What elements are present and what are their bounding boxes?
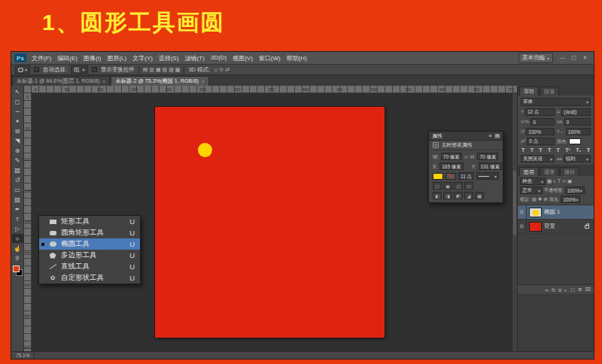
menu-item[interactable]: 文件(F): [32, 54, 51, 62]
text-style-button[interactable]: T: [539, 147, 542, 153]
layer-filter-select[interactable]: 种类 ▾: [520, 177, 546, 185]
path-selection-tool-icon[interactable]: ▷: [12, 224, 23, 233]
menu-item[interactable]: 编辑(E): [57, 54, 78, 62]
visibility-eye-icon[interactable]: ⊙: [518, 205, 527, 219]
stroke-type-select[interactable]: ▾: [476, 172, 499, 180]
gradient-tool-icon[interactable]: ▨: [12, 195, 23, 204]
layer-thumbnail[interactable]: [529, 208, 542, 217]
leading-field[interactable]: (自动): [561, 108, 591, 116]
mode-3d-icon[interactable]: ◇: [214, 67, 217, 73]
yellow-ellipse-shape[interactable]: [198, 143, 212, 157]
document-tab-active[interactable]: 未标题-2 @ 75.3%(椭圆 1, RGB/8) ×: [111, 76, 208, 86]
adjustment-layer-icon[interactable]: ◐: [564, 287, 567, 293]
stroke-option-icon[interactable]: ◫: [454, 182, 463, 190]
tab-channels[interactable]: 通道: [540, 167, 559, 176]
width-field[interactable]: 70 像素: [441, 153, 462, 160]
flyout-item-polygon-tool[interactable]: 多边形工具 U: [39, 250, 140, 261]
layer-group-icon[interactable]: ▢: [570, 287, 575, 293]
text-color-swatch[interactable]: [569, 138, 581, 144]
collapse-icon[interactable]: «: [488, 133, 491, 138]
clone-stamp-tool-icon[interactable]: ▧: [12, 165, 23, 174]
kerning-field[interactable]: 0: [531, 118, 555, 126]
link-layers-icon[interactable]: ∞: [545, 287, 549, 293]
menu-item[interactable]: 选择(S): [159, 54, 179, 62]
marquee-tool-icon[interactable]: ◻: [12, 97, 23, 106]
text-style-button[interactable]: T₁: [576, 147, 581, 153]
text-style-button[interactable]: T: [521, 147, 524, 153]
language-select[interactable]: 美国英语 ▾: [521, 155, 555, 162]
height-field[interactable]: 70 像素: [477, 153, 498, 160]
tab-properties[interactable]: 属性: [432, 132, 442, 140]
eyedropper-tool-icon[interactable]: ◥: [12, 136, 23, 145]
layer-row-ellipse[interactable]: ⊙ 椭圆 1: [518, 205, 594, 220]
stroke-option-icon[interactable]: ◰: [464, 182, 473, 190]
fill-color-swatch[interactable]: [433, 173, 443, 180]
mode-3d-icon[interactable]: ↻: [220, 67, 224, 73]
align-icon[interactable]: ▨: [169, 67, 174, 73]
stroke-option-icon[interactable]: ▣: [443, 182, 452, 190]
align-icon[interactable]: ▩: [175, 67, 181, 73]
flyout-item-ellipse-tool[interactable]: 椭圆工具 U: [39, 238, 140, 250]
workspace-switcher[interactable]: 基本功能 ▾: [518, 53, 553, 63]
blend-mode-select[interactable]: 正常 ▾: [520, 187, 543, 194]
menu-item[interactable]: 3D(D): [211, 54, 227, 62]
tab-paths[interactable]: 路径: [560, 167, 579, 176]
layer-mask-icon[interactable]: ◘: [558, 287, 561, 293]
pen-tool-icon[interactable]: ✒: [12, 205, 23, 214]
show-transform-checkbox[interactable]: [92, 67, 97, 72]
anti-alias-select[interactable]: 锐利 ▾: [564, 155, 591, 162]
text-style-button[interactable]: T¹: [565, 147, 570, 153]
tool-preset-picker[interactable]: ▾: [15, 65, 30, 74]
baseline-shift-field[interactable]: 0 点: [527, 138, 555, 145]
scrollbar-thumb[interactable]: [513, 171, 516, 235]
hand-tool-icon[interactable]: ☝: [12, 244, 23, 253]
flyout-item-rounded-rectangle-tool[interactable]: 圆角矩形工具 U: [39, 227, 140, 238]
stroke-option-icon[interactable]: ▢: [433, 182, 442, 190]
menu-item[interactable]: 图层(L): [107, 54, 126, 62]
lock-icon[interactable]: ▨: [532, 196, 537, 202]
menu-item[interactable]: 文字(Y): [132, 54, 153, 62]
color-swatches[interactable]: [13, 265, 23, 276]
history-brush-tool-icon[interactable]: ↺: [12, 175, 23, 184]
layer-filter-icon[interactable]: ▦: [547, 178, 552, 184]
visibility-eye-icon[interactable]: ⊙: [518, 220, 527, 233]
menu-item[interactable]: 图像(I): [84, 54, 102, 62]
text-style-button[interactable]: Ŧ: [587, 147, 590, 153]
y-field[interactable]: 191 像素: [479, 162, 503, 170]
flyout-item-custom-shape-tool[interactable]: ✿ 自定形状工具 U: [39, 272, 140, 284]
flyout-item-rectangle-tool[interactable]: 矩形工具 U: [39, 216, 140, 227]
align-icon[interactable]: ▧: [163, 67, 168, 73]
lock-icon[interactable]: ⊕: [543, 196, 547, 202]
layer-filter-icon[interactable]: ▱: [562, 178, 566, 184]
horizontal-scale-field[interactable]: 100%: [566, 128, 591, 135]
tab-layers[interactable]: 图层: [519, 167, 539, 176]
crop-tool-icon[interactable]: ⊞: [12, 126, 23, 135]
foreground-color-swatch[interactable]: [13, 265, 20, 272]
x-field[interactable]: 165 像素: [439, 162, 464, 170]
type-tool-icon[interactable]: T: [12, 214, 23, 223]
close-button[interactable]: ✕: [579, 55, 591, 61]
stroke-width-field[interactable]: 11 点: [458, 172, 474, 180]
brush-tool-icon[interactable]: ✎: [12, 156, 23, 165]
path-operation-icon[interactable]: ◨: [443, 192, 452, 199]
close-tab-icon[interactable]: ×: [102, 79, 105, 84]
layer-thumbnail[interactable]: [529, 222, 542, 232]
tab-paragraph[interactable]: 段落: [540, 86, 559, 96]
opacity-field[interactable]: 100% ▾: [565, 187, 585, 194]
auto-select-dropdown[interactable]: 组 ▾: [71, 65, 88, 74]
fill-field[interactable]: 100% ▾: [561, 196, 580, 203]
shape-tool-icon[interactable]: ○: [12, 234, 23, 243]
lock-icon[interactable]: ✚: [538, 196, 542, 202]
path-operation-icon[interactable]: ◪: [464, 192, 473, 199]
vertical-scrollbar[interactable]: [512, 93, 517, 351]
path-operation-icon[interactable]: ◧: [433, 192, 442, 199]
new-layer-icon[interactable]: ⊞: [578, 287, 582, 293]
stroke-color-swatch[interactable]: [445, 173, 456, 180]
restore-button[interactable]: ▢: [568, 55, 579, 61]
layer-filter-icon[interactable]: ▣: [567, 178, 572, 184]
zoom-level[interactable]: 75.1%: [16, 353, 29, 358]
text-style-button[interactable]: T: [531, 147, 534, 153]
text-style-button[interactable]: T: [557, 147, 560, 153]
document-tab[interactable]: 未标题-1 @ 84.6%(图层 1, RGB/8) ×: [12, 76, 110, 86]
menu-item[interactable]: 视图(V): [233, 54, 253, 62]
